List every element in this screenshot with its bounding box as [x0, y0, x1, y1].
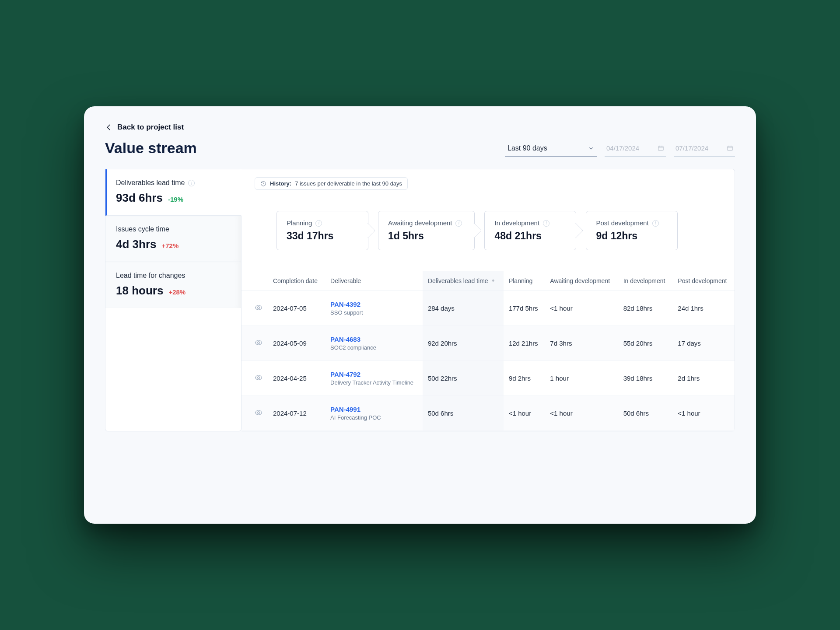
- col-post-development[interactable]: Post development: [672, 271, 735, 291]
- stage-label: Post development: [596, 219, 648, 228]
- info-icon[interactable]: i: [455, 220, 462, 227]
- cell-deliverable: PAN-4991AI Forecasting POC: [325, 396, 423, 430]
- calendar-icon: [658, 145, 664, 151]
- cell-post: 2d 1hrs: [672, 360, 735, 396]
- metric-label: Lead time for changes: [116, 272, 185, 280]
- back-link-label: Back to project list: [117, 123, 184, 132]
- table-row[interactable]: 2024-07-05PAN-4392SSO support284 days177…: [242, 290, 735, 326]
- stage-value: 1d 5hrs: [388, 230, 462, 242]
- deliverables-table: Completion date Deliverable Deliverables…: [242, 271, 735, 431]
- history-badge: History: 7 issues per deliverable in the…: [255, 177, 408, 190]
- table-row[interactable]: 2024-04-25PAN-4792Delivery Tracker Activ…: [242, 360, 735, 396]
- metric-value: 18 hours: [116, 284, 163, 298]
- date-to-input[interactable]: 07/17/2024: [674, 140, 735, 157]
- svg-point-2: [258, 307, 260, 309]
- stage-awaiting-development[interactable]: Awaiting developmenti 1d 5hrs: [378, 211, 475, 250]
- detail-pane: History: 7 issues per deliverable in the…: [242, 169, 735, 431]
- col-deliverable[interactable]: Deliverable: [325, 271, 423, 291]
- date-from-value: 04/17/2024: [606, 144, 639, 152]
- stage-in-development[interactable]: In developmenti 48d 21hrs: [484, 211, 576, 250]
- chevron-down-icon: [588, 145, 594, 151]
- history-icon: [260, 181, 266, 187]
- stage-value: 9d 12hrs: [596, 230, 665, 242]
- row-eye-button[interactable]: [242, 290, 268, 326]
- cell-planning: 177d 5hrs: [504, 290, 545, 326]
- svg-rect-0: [658, 146, 663, 150]
- metric-value: 4d 3hrs: [116, 238, 157, 251]
- date-range-value: Last 90 days: [508, 144, 547, 152]
- cell-post: 17 days: [672, 326, 735, 360]
- deliverable-name: AI Forecasting POC: [330, 414, 417, 421]
- cell-leadtime: 92d 20hrs: [423, 326, 504, 360]
- cell-planning: 12d 21hrs: [504, 326, 545, 360]
- stage-planning[interactable]: Planningi 33d 17hrs: [276, 211, 368, 250]
- cell-completion-date: 2024-07-05: [268, 290, 325, 326]
- metric-delta: +72%: [162, 242, 179, 249]
- stage-label: Planning: [287, 219, 312, 228]
- cell-planning: <1 hour: [504, 396, 545, 430]
- cell-indev: 39d 18hrs: [618, 360, 673, 396]
- col-in-development[interactable]: In development: [618, 271, 673, 291]
- cell-indev: 50d 6hrs: [618, 396, 673, 430]
- cell-deliverable: PAN-4792Delivery Tracker Activity Timeli…: [325, 360, 423, 396]
- metric-delta: -19%: [168, 196, 183, 203]
- info-icon[interactable]: i: [543, 220, 550, 227]
- metric-card-deliverables-lead-time[interactable]: Deliverables lead time i 93d 6hrs -19%: [105, 169, 242, 216]
- metric-label: Issues cycle time: [116, 225, 169, 233]
- svg-point-4: [258, 377, 260, 379]
- stage-value: 48d 21hrs: [494, 230, 564, 242]
- deliverable-id-link[interactable]: PAN-4683: [330, 336, 417, 343]
- info-icon[interactable]: i: [315, 220, 322, 227]
- cell-planning: 9d 2hrs: [504, 360, 545, 396]
- metric-card-lead-time-changes[interactable]: Lead time for changes 18 hours +28%: [105, 262, 241, 308]
- stage-label: Awaiting development: [388, 219, 452, 228]
- cell-completion-date: 2024-07-12: [268, 396, 325, 430]
- back-to-projects-link[interactable]: Back to project list: [105, 123, 735, 132]
- cell-indev: 82d 18hrs: [618, 290, 673, 326]
- page-title: Value stream: [105, 140, 197, 157]
- row-eye-button[interactable]: [242, 360, 268, 396]
- deliverable-id-link[interactable]: PAN-4991: [330, 406, 417, 413]
- deliverable-id-link[interactable]: PAN-4792: [330, 371, 417, 378]
- metric-card-issues-cycle-time[interactable]: Issues cycle time 4d 3hrs +72%: [105, 216, 241, 262]
- cell-post: 24d 1hrs: [672, 290, 735, 326]
- cell-indev: 55d 20hrs: [618, 326, 673, 360]
- stage-label: In development: [494, 219, 539, 228]
- metric-delta: +28%: [168, 288, 186, 296]
- stage-post-development[interactable]: Post developmenti 9d 12hrs: [586, 211, 678, 250]
- info-icon[interactable]: i: [652, 220, 659, 227]
- history-label: History:: [270, 180, 291, 187]
- cell-completion-date: 2024-04-25: [268, 360, 325, 396]
- arrow-left-icon: [105, 123, 113, 131]
- row-eye-button[interactable]: [242, 396, 268, 430]
- cell-post: <1 hour: [672, 396, 735, 430]
- cell-deliverable: PAN-4392SSO support: [325, 290, 423, 326]
- sort-asc-icon: [491, 279, 495, 283]
- deliverable-id-link[interactable]: PAN-4392: [330, 301, 417, 308]
- row-eye-button[interactable]: [242, 326, 268, 360]
- svg-rect-1: [728, 146, 732, 150]
- col-lead-time-label: Deliverables lead time: [428, 277, 488, 284]
- table-row[interactable]: 2024-05-09PAN-4683SOC2 compliance92d 20h…: [242, 326, 735, 360]
- stage-value: 33d 17hrs: [287, 230, 356, 242]
- col-awaiting[interactable]: Awaiting development: [545, 271, 618, 291]
- deliverable-name: SSO support: [330, 309, 417, 316]
- cell-leadtime: 50d 22hrs: [423, 360, 504, 396]
- cell-awaiting: 7d 3hrs: [545, 326, 618, 360]
- col-planning[interactable]: Planning: [504, 271, 545, 291]
- svg-point-5: [258, 412, 260, 414]
- cell-leadtime: 50d 6hrs: [423, 396, 504, 430]
- date-to-value: 07/17/2024: [676, 144, 708, 152]
- cell-deliverable: PAN-4683SOC2 compliance: [325, 326, 423, 360]
- date-from-input[interactable]: 04/17/2024: [605, 140, 666, 157]
- app-window: Back to project list Value stream Last 9…: [84, 106, 756, 524]
- metric-value: 93d 6hrs: [116, 191, 163, 205]
- date-range-select[interactable]: Last 90 days: [505, 140, 597, 157]
- col-completion-date[interactable]: Completion date: [268, 271, 325, 291]
- cell-leadtime: 284 days: [423, 290, 504, 326]
- cell-awaiting: <1 hour: [545, 290, 618, 326]
- deliverable-name: Delivery Tracker Activity Timeline: [330, 379, 417, 386]
- table-row[interactable]: 2024-07-12PAN-4991AI Forecasting POC50d …: [242, 396, 735, 430]
- col-lead-time[interactable]: Deliverables lead time: [423, 271, 504, 291]
- info-icon[interactable]: i: [188, 180, 195, 186]
